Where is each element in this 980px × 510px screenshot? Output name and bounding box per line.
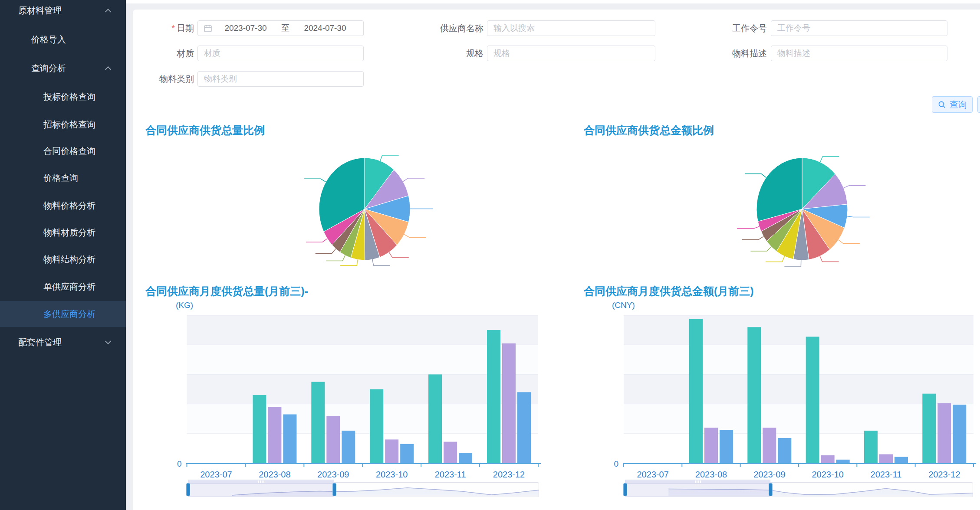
datazoom-move-handle-1[interactable] <box>625 480 770 484</box>
pie-label-leader-line <box>403 178 425 182</box>
bar-series-blue-2023-08[interactable] <box>283 415 296 464</box>
work-order-label: 工作令号 <box>693 20 767 36</box>
pie-label-leader-line <box>326 255 345 261</box>
sidebar-item-0[interactable]: 原材料管理 <box>0 0 126 23</box>
pie-chart-amount <box>698 143 906 280</box>
date-range-input[interactable]: 2023-07-30 至 2024-07-30 <box>197 20 364 36</box>
bar-series-blue-2023-10[interactable] <box>400 444 414 463</box>
x-axis-label: 2023-07 <box>200 470 232 479</box>
plot-band <box>624 345 973 374</box>
x-axis-label: 2023-10 <box>812 470 843 479</box>
sidebar-item-11[interactable]: 多供应商分析 <box>0 301 126 327</box>
sidebar-item-3[interactable]: 投标价格查询 <box>0 84 126 110</box>
pie-label-leader-line <box>839 240 860 244</box>
spec-input[interactable] <box>487 46 655 61</box>
query-button-label: 查询 <box>950 99 967 111</box>
sidebar-item-10[interactable]: 单供应商分析 <box>0 274 126 300</box>
pie-label-leader-line <box>844 186 866 188</box>
sidebar-item-label: 原材料管理 <box>18 5 62 16</box>
x-axis-label: 2023-10 <box>376 470 408 479</box>
bar-series-purple-2023-12[interactable] <box>502 343 516 463</box>
datazoom-left-handle-0[interactable] <box>186 483 190 496</box>
bar-series-blue-2023-12[interactable] <box>517 392 531 463</box>
bar-series-blue-2023-09[interactable] <box>342 431 355 463</box>
bar-series-purple-2023-10[interactable] <box>385 439 398 463</box>
sidebar-item-label: 多供应商分析 <box>43 308 95 320</box>
bar-series-teal-2023-12[interactable] <box>922 394 936 463</box>
query-button[interactable]: 查询 <box>932 96 973 113</box>
datazoom-right-handle-1[interactable] <box>769 483 773 496</box>
plot-band <box>187 374 539 404</box>
pie-label-leader-line <box>380 155 399 161</box>
pie-label-leader-line <box>389 252 409 258</box>
x-axis-label: 2023-12 <box>928 470 960 479</box>
bar-series-blue-2023-09[interactable] <box>778 438 791 463</box>
bar-series-teal-2023-10[interactable] <box>370 389 383 464</box>
date-start-value[interactable]: 2023-07-30 <box>213 23 279 33</box>
sidebar-item-6[interactable]: 价格查询 <box>0 165 126 191</box>
bar-series-blue-2023-12[interactable] <box>953 405 966 463</box>
supplier-input[interactable] <box>487 20 655 36</box>
material-desc-input[interactable] <box>771 46 947 61</box>
datazoom-left-handle-1[interactable] <box>623 483 627 496</box>
material-category-input[interactable] <box>197 71 364 87</box>
x-axis-label: 2023-12 <box>493 470 525 479</box>
sidebar-item-9[interactable]: 物料结构分析 <box>0 246 126 272</box>
bar-series-purple-2023-11[interactable] <box>444 442 457 463</box>
bar-series-teal-2023-11[interactable] <box>864 431 878 463</box>
bar-series-teal-2023-09[interactable] <box>747 327 761 463</box>
sidebar-item-1[interactable]: 价格导入 <box>0 26 126 52</box>
sidebar-item-2[interactable]: 查询分析 <box>0 55 126 81</box>
bar-series-purple-2023-11[interactable] <box>879 454 893 464</box>
bar-series-teal-2023-10[interactable] <box>806 337 819 463</box>
bar-series-teal-2023-12[interactable] <box>487 330 500 463</box>
bar-series-blue-2023-10[interactable] <box>836 460 850 463</box>
bar-series-teal-2023-08[interactable] <box>689 319 703 464</box>
bar-series-purple-2023-10[interactable] <box>821 455 835 463</box>
datazoom-right-handle-0[interactable] <box>332 483 336 496</box>
bar-series-purple-2023-09[interactable] <box>763 428 776 463</box>
chevron-up-icon <box>105 66 111 72</box>
bar-series-purple-2023-08[interactable] <box>268 407 281 463</box>
sidebar-item-7[interactable]: 物料价格分析 <box>0 193 126 219</box>
bar-series-blue-2023-11[interactable] <box>459 453 472 463</box>
plot-band <box>624 434 973 463</box>
clipped-button-partial[interactable] <box>977 96 980 113</box>
grip-icon <box>695 481 701 483</box>
x-axis-label: 2023-11 <box>435 470 466 479</box>
sidebar-item-label: 查询分析 <box>31 62 66 74</box>
calendar-icon <box>203 23 213 33</box>
sidebar-item-8[interactable]: 物料材质分析 <box>0 219 126 245</box>
pie-quantity-title: 合同供应商供货总量比例 <box>145 123 265 137</box>
pie-label-leader-line <box>750 247 771 251</box>
sidebar-item-5[interactable]: 合同价格查询 <box>0 138 126 164</box>
bar-series-teal-2023-08[interactable] <box>253 395 266 463</box>
x-axis-label: 2023-09 <box>317 470 349 479</box>
pie-label-leader-line <box>766 256 784 262</box>
datazoom-selection-0[interactable] <box>188 482 334 497</box>
bar-series-purple-2023-12[interactable] <box>937 403 951 463</box>
bar-series-teal-2023-11[interactable] <box>428 374 442 463</box>
grip-icon <box>258 481 264 483</box>
plot-band <box>187 434 539 463</box>
bar-series-blue-2023-08[interactable] <box>720 430 733 463</box>
pie-label-leader-line <box>372 259 390 265</box>
bar-series-purple-2023-09[interactable] <box>326 416 340 463</box>
x-axis-label: 2023-09 <box>753 470 785 479</box>
sidebar-item-label: 投标价格查询 <box>43 91 95 103</box>
app-root: 原材料管理价格导入查询分析投标价格查询招标价格查询合同价格查询价格查询物料价格分… <box>0 0 980 510</box>
bar-amount-unit: (CNY) <box>612 301 635 310</box>
bar-series-blue-2023-11[interactable] <box>894 457 908 463</box>
bar-series-purple-2023-08[interactable] <box>704 428 718 463</box>
material-input[interactable] <box>197 46 364 61</box>
datazoom-move-handle-0[interactable] <box>188 480 334 484</box>
material-category-label: 物料类别 <box>120 71 194 87</box>
bar-quantity-title: 合同供应商月度供货总量(月前三)- <box>145 284 308 298</box>
sidebar-item-label: 物料材质分析 <box>43 227 95 239</box>
work-order-input[interactable] <box>771 20 947 36</box>
sidebar-item-12[interactable]: 配套件管理 <box>0 329 126 355</box>
datazoom-selection-1[interactable] <box>625 482 770 497</box>
date-end-value[interactable]: 2024-07-30 <box>292 23 358 33</box>
sidebar-item-4[interactable]: 招标价格查询 <box>0 111 126 137</box>
bar-series-teal-2023-09[interactable] <box>311 382 325 463</box>
